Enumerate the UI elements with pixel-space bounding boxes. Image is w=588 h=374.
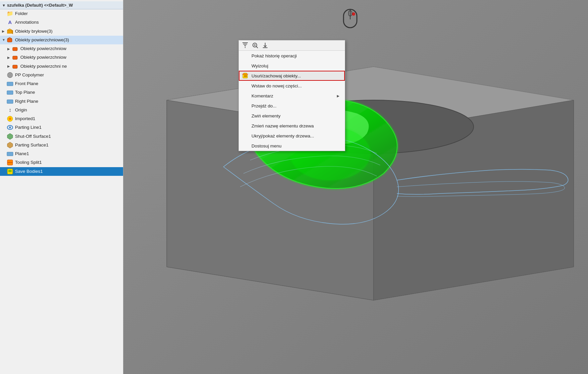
s2-expand: ▶ <box>7 55 12 60</box>
isolate-icon <box>242 62 249 69</box>
tree-item-surface-1[interactable]: ▶ Obiekty powierzchniow <box>0 44 123 53</box>
collapse-label: Zwiń elementy <box>251 113 280 118</box>
parting-line-label: Parting Line1 <box>15 124 42 131</box>
surface1-icon <box>12 45 19 52</box>
tree-item-parting-surface1[interactable]: Parting Surface1 <box>0 141 123 149</box>
title-icon: ▼ <box>2 3 6 7</box>
right-plane-icon <box>7 98 13 105</box>
svg-rect-3 <box>7 39 12 42</box>
tree-item-right-plane[interactable]: Right Plane <box>0 97 123 106</box>
tooling-icon <box>7 159 13 166</box>
tree-title[interactable]: ▼ szufelka (Default) <<Default>_W <box>0 1 123 9</box>
svg-marker-18 <box>7 133 13 139</box>
hide-show-icon <box>242 132 249 139</box>
tree-item-solid-bodies[interactable]: ▶ Obiekty bryłowe(3) <box>0 27 123 36</box>
collapse-icon <box>242 112 249 119</box>
svg-point-15 <box>9 117 11 120</box>
menu-customize[interactable]: Dostosuj menu <box>239 141 345 151</box>
right-plane-label: Right Plane <box>15 98 38 105</box>
svg-rect-0 <box>7 30 12 33</box>
goto-label: Przejdź do... <box>251 103 276 108</box>
svg-point-17 <box>9 126 11 128</box>
tree-item-folder[interactable]: 📁 Folder <box>0 9 123 18</box>
comment-icon <box>242 92 249 99</box>
s3-expand: ▶ <box>7 64 12 69</box>
shutoff-icon <box>7 133 13 140</box>
surface2-label: Obiekty powierzchniow <box>20 54 66 61</box>
context-menu: Pokaż historię operacji Wyizoluj Usuń/za… <box>238 40 345 151</box>
tree-item-save-bodies1[interactable]: Save Bodies1 <box>0 167 123 176</box>
tree-item-parting-line1[interactable]: Parting Line1 <box>0 123 123 132</box>
surface2-icon <box>12 54 19 61</box>
tree-item-plane1[interactable]: Plane1 <box>0 149 123 158</box>
tree-item-front-plane[interactable]: Front Plane <box>0 79 123 88</box>
svg-rect-13 <box>7 100 13 103</box>
pp-label: PP Copolymer <box>15 72 44 78</box>
surface1-label: Obiekty powierzchniow <box>20 45 66 52</box>
menu-show-history[interactable]: Pokaż historię operacji <box>239 51 345 61</box>
s1-expand: ▶ <box>7 46 12 51</box>
comment-label: Komentarz <box>251 93 273 98</box>
parting-surface-label: Parting Surface1 <box>15 142 49 148</box>
front-plane-icon <box>7 80 13 87</box>
tree-item-tooling-split1[interactable]: Tooling Split1 <box>0 158 123 167</box>
svg-rect-11 <box>7 82 13 86</box>
tree-item-surface-3[interactable]: ▶ Obiekty powierzchni ne <box>0 62 123 71</box>
solid-label: Obiekty bryłowe(3) <box>15 28 53 35</box>
menu-goto[interactable]: Przejdź do... <box>239 101 345 111</box>
surface-icon <box>7 37 13 43</box>
surface3-label: Obiekty powierzchni ne <box>20 63 67 70</box>
svg-rect-49 <box>243 74 247 78</box>
plane1-icon <box>7 150 13 157</box>
menu-remove-keep[interactable]: Usuń/zachowaj obiekty... <box>239 71 345 81</box>
folder-label: Folder <box>15 10 28 17</box>
remove-keep-label: Usuń/zachowaj obiekty... <box>251 73 301 78</box>
parting-line-icon <box>7 124 13 131</box>
customize-label: Dostosuj menu <box>251 143 281 148</box>
svg-rect-7 <box>13 65 17 68</box>
menu-comment[interactable]: Komentarz ▶ <box>239 91 345 101</box>
top-plane-icon <box>7 89 13 96</box>
show-history-icon <box>242 52 249 59</box>
filter-tool-icon[interactable] <box>241 42 249 49</box>
svg-rect-20 <box>7 152 13 156</box>
menu-collapse[interactable]: Zwiń elementy <box>239 111 345 121</box>
tree-item-top-plane[interactable]: Top Plane <box>0 88 123 97</box>
origin-icon: ↕ <box>7 107 13 113</box>
tree-item-surface-2[interactable]: ▶ Obiekty powierzchniow <box>0 53 123 62</box>
insert-tool-icon[interactable] <box>261 42 269 49</box>
tree-item-pp-copolymer[interactable]: PP Copolymer <box>0 71 123 79</box>
insert-new-part-icon <box>242 82 249 89</box>
menu-insert-new-part[interactable]: Wstaw do nowej części... <box>239 81 345 91</box>
hide-show-label: Ukryj/pokaż elementy drzewa... <box>251 133 314 138</box>
menu-isolate[interactable]: Wyizoluj <box>239 61 345 71</box>
tree-title-text: szufelka (Default) <<Default>_W <box>7 3 73 8</box>
svg-line-42 <box>256 47 258 48</box>
top-plane-label: Top Plane <box>15 89 35 96</box>
tree-item-annotations[interactable]: A Annotations <box>0 18 123 27</box>
customize-icon <box>242 142 249 149</box>
isolate-label: Wyizoluj <box>251 63 268 68</box>
menu-rename[interactable]: Zmień nazwę elementu drzewa <box>239 121 345 131</box>
savebodies-icon <box>7 168 13 175</box>
surface-expand: ▼ <box>2 37 7 42</box>
imported-icon <box>7 115 13 122</box>
tree-item-imported1[interactable]: Imported1 <box>0 114 123 123</box>
tree-item-shutoff-surface1[interactable]: Shut-Off Surface1 <box>0 132 123 141</box>
tree-item-origin[interactable]: ↕ Origin <box>0 106 123 114</box>
svg-marker-1 <box>7 29 12 30</box>
svg-rect-24 <box>8 170 12 172</box>
tree-item-surface-bodies[interactable]: ▼ Obiekty powierzchniowe(3) <box>0 36 123 44</box>
3d-viewport[interactable]: Pokaż historię operacji Wyizoluj Usuń/za… <box>123 0 588 374</box>
zoom-tool-icon[interactable] <box>251 42 259 49</box>
solid-icon <box>7 28 13 35</box>
origin-label: Origin <box>15 107 27 113</box>
menu-hide-show[interactable]: Ukryj/pokaż elementy drzewa... <box>239 131 345 141</box>
annotation-icon: A <box>7 19 13 26</box>
svg-rect-12 <box>7 91 13 94</box>
rename-label: Zmień nazwę elementu drzewa <box>251 123 314 128</box>
viewport-svg <box>123 0 588 374</box>
front-plane-label: Front Plane <box>15 80 38 87</box>
svg-marker-4 <box>7 37 12 39</box>
plane1-label: Plane1 <box>15 150 29 157</box>
